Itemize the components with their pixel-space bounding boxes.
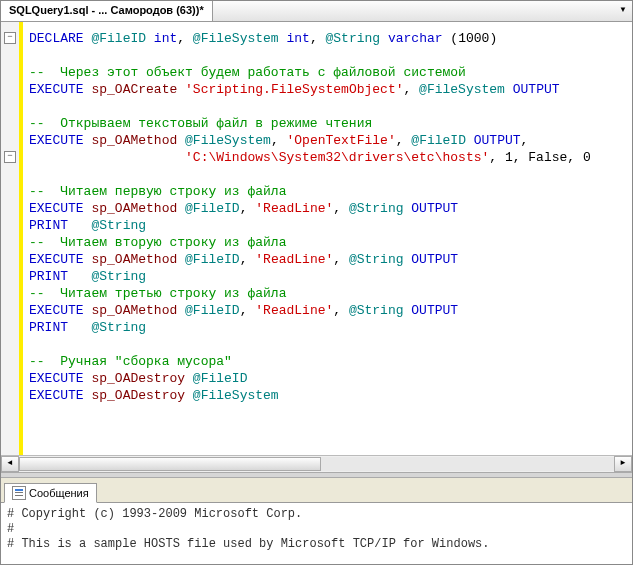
- procedure: sp_OAMethod: [91, 133, 177, 148]
- messages-output[interactable]: # Copyright (c) 1993-2009 Microsoft Corp…: [1, 503, 632, 564]
- variable: @String: [91, 269, 146, 284]
- string: 'OpenTextFile': [287, 133, 396, 148]
- document-tab-bar: SQLQuery1.sql - ... Самородов (63))* ▼: [1, 1, 632, 22]
- scrollbar-thumb[interactable]: [19, 457, 321, 471]
- tab-dropdown-icon[interactable]: ▼: [616, 3, 630, 17]
- keyword: EXECUTE: [29, 133, 84, 148]
- comment: -- Через этот объект будем работать с фа…: [29, 65, 466, 80]
- keyword: PRINT: [29, 218, 68, 233]
- output-line: # Copyright (c) 1993-2009 Microsoft Corp…: [7, 507, 302, 521]
- messages-icon: [12, 486, 26, 500]
- comment: -- Читаем вторую строку из файла: [29, 235, 286, 250]
- messages-tab[interactable]: Сообщения: [4, 483, 97, 503]
- keyword: OUTPUT: [404, 303, 459, 318]
- variable: @String: [326, 31, 381, 46]
- variable: @FileSystem: [419, 82, 505, 97]
- results-tab-bar: Сообщения: [1, 478, 632, 503]
- variable: @String: [349, 303, 404, 318]
- editor-pane: − − DECLARE @FileID int, @FileSystem int…: [1, 22, 632, 472]
- code-editor[interactable]: − − DECLARE @FileID int, @FileSystem int…: [1, 22, 632, 456]
- variable: @String: [349, 201, 404, 216]
- fold-toggle-icon[interactable]: −: [4, 32, 16, 44]
- comment: -- Ручная "сборка мусора": [29, 354, 232, 369]
- keyword: EXECUTE: [29, 371, 84, 386]
- string: 'Scripting.FileSystemObject': [185, 82, 403, 97]
- scroll-left-icon[interactable]: ◄: [1, 456, 19, 472]
- number: False: [528, 150, 567, 165]
- procedure: sp_OAMethod: [91, 303, 177, 318]
- keyword: EXECUTE: [29, 388, 84, 403]
- type: varchar: [388, 31, 443, 46]
- variable: @FileSystem: [185, 133, 271, 148]
- keyword: PRINT: [29, 269, 68, 284]
- comment: -- Читаем третью строку из файла: [29, 286, 286, 301]
- results-panel: Сообщения # Copyright (c) 1993-2009 Micr…: [1, 478, 632, 564]
- procedure: sp_OAMethod: [91, 201, 177, 216]
- keyword: PRINT: [29, 320, 68, 335]
- output-line: #: [7, 522, 14, 536]
- keyword: DECLARE: [29, 31, 84, 46]
- procedure: sp_OADestroy: [91, 371, 185, 386]
- procedure: sp_OADestroy: [91, 388, 185, 403]
- variable: @FileID: [91, 31, 146, 46]
- variable: @FileSystem: [193, 388, 279, 403]
- comment: -- Открываем текстовый файл в режиме чте…: [29, 116, 372, 131]
- procedure: sp_OACreate: [91, 82, 177, 97]
- string: 'ReadLine': [255, 201, 333, 216]
- comment: -- Читаем первую строку из файла: [29, 184, 286, 199]
- variable: @FileID: [411, 133, 466, 148]
- keyword: EXECUTE: [29, 201, 84, 216]
- variable: @FileID: [185, 252, 240, 267]
- keyword: EXECUTE: [29, 303, 84, 318]
- gutter: − −: [1, 22, 20, 456]
- horizontal-scrollbar[interactable]: ◄ ►: [1, 455, 632, 472]
- type: int: [154, 31, 177, 46]
- string: 'ReadLine': [255, 303, 333, 318]
- type: int: [287, 31, 310, 46]
- variable: @String: [91, 320, 146, 335]
- messages-tab-label: Сообщения: [29, 487, 89, 499]
- variable: @FileSystem: [193, 31, 279, 46]
- number: 0: [583, 150, 591, 165]
- variable: @FileID: [185, 303, 240, 318]
- output-line: # This is a sample HOSTS file used by Mi…: [7, 537, 489, 551]
- string: 'C:\Windows\System32\drivers\etc\hosts': [185, 150, 489, 165]
- string: 'ReadLine': [255, 252, 333, 267]
- code-text[interactable]: DECLARE @FileID int, @FileSystem int, @S…: [19, 22, 632, 456]
- sql-editor-window: SQLQuery1.sql - ... Самородов (63))* ▼ −…: [0, 0, 633, 565]
- variable: @FileID: [185, 201, 240, 216]
- variable: @String: [349, 252, 404, 267]
- keyword: EXECUTE: [29, 252, 84, 267]
- number: 1: [505, 150, 513, 165]
- keyword: OUTPUT: [404, 201, 459, 216]
- keyword: OUTPUT: [505, 82, 560, 97]
- variable: @String: [91, 218, 146, 233]
- keyword: OUTPUT: [404, 252, 459, 267]
- scrollbar-track[interactable]: [19, 457, 614, 471]
- number: 1000: [458, 31, 489, 46]
- scroll-right-icon[interactable]: ►: [614, 456, 632, 472]
- keyword: OUTPUT: [466, 133, 521, 148]
- fold-toggle-icon[interactable]: −: [4, 151, 16, 163]
- variable: @FileID: [193, 371, 248, 386]
- keyword: EXECUTE: [29, 82, 84, 97]
- procedure: sp_OAMethod: [91, 252, 177, 267]
- document-tab[interactable]: SQLQuery1.sql - ... Самородов (63))*: [1, 1, 213, 21]
